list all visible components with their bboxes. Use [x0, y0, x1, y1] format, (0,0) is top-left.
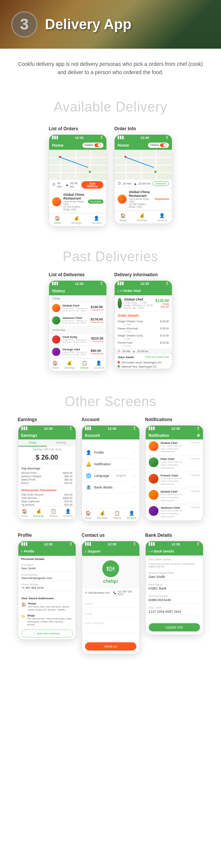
order-chef-detail: Order #042 · 1.5 km away · Delivery on 0… [124, 301, 153, 309]
available-delivery-section: Available Delivery List of Orders ▋▋▋ 12… [0, 88, 221, 238]
road-h1b [115, 157, 172, 158]
account-profile[interactable]: 👤 Profile › [82, 447, 139, 459]
nav-home-3[interactable]: 🏠Home [52, 360, 59, 369]
earn-line-1: Delivery Charges$80.00 [18, 475, 76, 478]
delivery-info-screen: ▋▋▋ 12:30 🔋 ‹ < Order #042 Global Chef O… [114, 280, 172, 369]
home-lbl-acct: Home [85, 517, 92, 519]
other-screens-header: Other Screens [0, 386, 221, 413]
nav-history-3[interactable]: 📋History [81, 360, 89, 369]
road-h3b [115, 172, 172, 173]
history-info-2: Chef Kelly Order #042 · Delivery on 04.0… [63, 335, 89, 343]
start-delivery-button[interactable]: Start Delivery [81, 181, 103, 189]
nav-earnings-3[interactable]: 💰Earnings [64, 360, 75, 369]
map-area [49, 150, 106, 180]
contact-logo-name: chefqu [103, 579, 118, 584]
settings-icon[interactable]: ⚙ [197, 433, 200, 438]
home-addr-type: Home [28, 602, 73, 605]
back-arrow-bank[interactable]: ‹ [149, 549, 150, 553]
account-icon-2: 👤 [159, 213, 165, 218]
bank-field-3: IFSC Code 1127 2254 6587 2410 [149, 606, 200, 615]
nav-acct-acct[interactable]: 👤Account [127, 511, 136, 519]
nav-acct-earn[interactable]: 👤Account [63, 509, 73, 517]
online-toggle-2[interactable] [160, 143, 167, 147]
bank-value-0: Sam Smith [149, 575, 200, 580]
order-item-name-0: Ginger Chicken Curry [118, 320, 143, 323]
history-info-3: George chef Order #042 · Delivery on 04.… [63, 348, 88, 356]
history-name-0: Global Chef [63, 304, 88, 307]
earnings-icon: 💰 [74, 216, 79, 221]
top-bar-title-2: Home [118, 143, 129, 147]
nav-acct-3[interactable]: 👤Account [94, 360, 103, 369]
nav-earnings[interactable]: 💰Earnings [71, 216, 82, 224]
delivery-screens-row: List of Orders ▋▋▋ 12:30 🔋 Home Online [0, 119, 221, 234]
hero-content: 3 Delivery App [0, 4, 143, 45]
order-item-qty-0: 2 x $29 [115, 323, 172, 326]
add-new-label: Add new address [37, 632, 60, 635]
status-signal: ▋▋▋ [52, 136, 59, 139]
nav-earnings-2[interactable]: 💰Earnings [137, 213, 147, 222]
restaurant-addr2-2: 22 Old Golden Road, USA [129, 203, 152, 208]
nav-account-label-2: Account [157, 219, 167, 222]
time-notif: 12:30 [171, 427, 180, 430]
order-price-sub: Profit $10.00 [155, 303, 169, 308]
nav-account-2[interactable]: 👤Account [157, 213, 167, 222]
notif-avatar-4 [149, 506, 158, 516]
account-language[interactable]: 🌐 Language English › [82, 470, 139, 482]
earn-val-b: $10.00 [64, 482, 72, 484]
account-bank[interactable]: 🏦 Bank details › [82, 482, 139, 493]
bank-label-2: Account Number [149, 595, 200, 597]
nav-home-acct[interactable]: 🏠Home [85, 511, 92, 519]
trans-label-3: Tip amount [21, 503, 34, 506]
road-v2 [75, 150, 76, 180]
back-arrow-prof[interactable]: ‹ [21, 549, 22, 554]
battery-notif: 🔋 [196, 427, 200, 430]
total-dist: 22.00 km [137, 350, 148, 353]
back-arrow-contact[interactable]: ‹ [85, 549, 86, 554]
nav-earn-earn[interactable]: 💰Earnings [34, 509, 44, 517]
order-item-qty-1: 2 x $25 [115, 331, 172, 334]
contact-message-input[interactable] [85, 620, 136, 633]
status-accepted: Accepted [88, 200, 103, 204]
send-button[interactable]: Send us [85, 642, 136, 651]
nav-earn-acct[interactable]: 💰Earnings [97, 511, 108, 519]
online-toggle[interactable] [94, 143, 101, 147]
tab-today[interactable]: Today [18, 439, 47, 447]
notification-arrow: › [134, 462, 135, 466]
road-v1b [126, 150, 127, 180]
notif-avatar-1 [149, 457, 158, 467]
restaurant-addr2: 22 Old Golden Road, USA [63, 205, 86, 211]
profile-arrow: › [134, 450, 135, 454]
earnings-icon-2: 💰 [139, 213, 145, 218]
notification-icon: 🔔 [86, 462, 91, 467]
home-addr-content: Home 104, Adnan Park, Near OM Bunk, Sard… [28, 602, 73, 612]
top-bar-title: Home [52, 143, 64, 147]
person-name: John Smith [118, 356, 134, 359]
restaurant-details: Global China Restaurant Umm Amar Road, U… [63, 193, 86, 211]
contact-name-input[interactable] [85, 601, 136, 607]
home-lbl-earn: Home [21, 515, 28, 517]
update-button[interactable]: Update Info [149, 623, 200, 631]
bank-icon: 🏦 [86, 485, 91, 490]
contact-email-input[interactable] [85, 611, 136, 618]
signal-4: ▋▋▋ [118, 282, 124, 285]
hero-title: Delivery App [45, 16, 131, 33]
nav-home-label: Home [54, 222, 61, 224]
account-notification[interactable]: 🔔 Notification › [82, 459, 139, 470]
nav-home[interactable]: 🏠Home [54, 216, 61, 224]
email-label: Email Address [21, 573, 73, 576]
history-sub-1: Profit $22.00 [91, 321, 103, 323]
contact-screen: ▋▋▋ 12:30 🔋 ‹ Support 🍽 chefqu ✉ [82, 541, 140, 654]
bank-screen: ▋▋▋ 12:30 🔋 ‹ < Back Details Your Bank D… [145, 541, 203, 635]
nav-hist-acct[interactable]: 📋History [113, 511, 121, 519]
add-new-address-button[interactable]: + Add new address [21, 630, 73, 637]
nav-hist-earn[interactable]: 📋History [49, 509, 58, 517]
status-bar-4: ▋▋▋ 12:30 🔋 [115, 281, 172, 287]
nav-home-earn[interactable]: 🏠Home [21, 509, 28, 517]
tab-weekly[interactable]: Weekly [47, 439, 76, 447]
back-arrow-icon[interactable]: ‹ [118, 289, 119, 293]
nav-home-2[interactable]: 🏠Home [120, 213, 127, 222]
arrow-icon-2: ▲ [133, 182, 137, 186]
trans-label-2: Other expences [21, 500, 40, 503]
road-v3 [90, 150, 91, 180]
nav-account[interactable]: 👤Account [92, 216, 101, 224]
